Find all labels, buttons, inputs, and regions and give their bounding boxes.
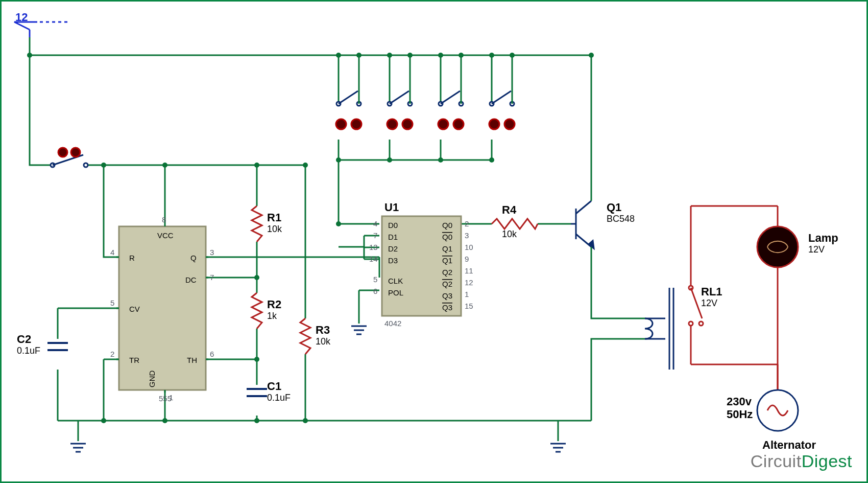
svg-text:D0: D0 bbox=[388, 221, 398, 229]
svg-point-81 bbox=[438, 119, 448, 129]
svg-point-146 bbox=[336, 221, 341, 226]
svg-line-71 bbox=[492, 91, 511, 104]
svg-point-145 bbox=[589, 53, 594, 58]
logo-part-b: Digest bbox=[802, 451, 852, 471]
svg-point-127 bbox=[336, 53, 341, 58]
c2-ref: C2 bbox=[17, 333, 31, 346]
rl1-ref: RL1 bbox=[701, 285, 722, 298]
svg-point-141 bbox=[101, 418, 106, 423]
svg-text:2: 2 bbox=[465, 219, 469, 228]
transistor-q1 bbox=[571, 201, 594, 248]
svg-text:D1: D1 bbox=[388, 233, 398, 241]
svg-point-130 bbox=[489, 53, 494, 58]
svg-text:1: 1 bbox=[465, 290, 469, 298]
lamp-ref: Lamp bbox=[808, 232, 838, 245]
svg-point-138 bbox=[489, 157, 494, 163]
svg-point-88 bbox=[58, 148, 67, 157]
ac-source bbox=[757, 390, 798, 431]
svg-line-65 bbox=[390, 91, 409, 104]
svg-point-132 bbox=[407, 53, 413, 58]
svg-point-139 bbox=[254, 275, 259, 280]
svg-point-86 bbox=[84, 163, 88, 167]
svg-point-83 bbox=[489, 119, 499, 129]
r4-val: 10k bbox=[502, 229, 517, 240]
svg-text:12: 12 bbox=[465, 278, 473, 287]
svg-point-125 bbox=[254, 163, 259, 168]
svg-text:10: 10 bbox=[465, 243, 473, 251]
svg-point-142 bbox=[162, 418, 167, 423]
svg-text:3: 3 bbox=[465, 231, 469, 240]
logo-part-a: Circuit bbox=[751, 451, 802, 471]
svg-line-62 bbox=[339, 91, 358, 104]
svg-text:TH: TH bbox=[187, 356, 197, 364]
svg-line-101 bbox=[691, 288, 702, 318]
svg-point-140 bbox=[254, 357, 259, 362]
r3-val: 10k bbox=[316, 336, 330, 347]
svg-text:Q0: Q0 bbox=[442, 233, 452, 241]
svg-point-102 bbox=[689, 321, 693, 326]
r4-ref: R4 bbox=[502, 203, 516, 217]
svg-text:5: 5 bbox=[110, 298, 114, 307]
svg-text:7: 7 bbox=[210, 273, 214, 282]
q1-ref: Q1 bbox=[607, 201, 621, 214]
svg-point-78 bbox=[351, 119, 361, 129]
svg-text:Q: Q bbox=[190, 254, 197, 262]
svg-text:Q1: Q1 bbox=[442, 256, 452, 265]
svg-point-129 bbox=[438, 53, 443, 58]
svg-text:15: 15 bbox=[465, 302, 473, 310]
svg-text:Q3: Q3 bbox=[442, 291, 452, 300]
svg-text:8: 8 bbox=[162, 215, 166, 224]
ic-4042: D0 D1 D2 D3 CLK POL Q0 Q0 Q1 Q1 Q2 Q2 Q3… bbox=[382, 216, 461, 316]
svg-text:CV: CV bbox=[129, 305, 140, 313]
svg-text:13: 13 bbox=[369, 243, 378, 251]
svg-text:6: 6 bbox=[373, 287, 377, 295]
svg-text:CLK: CLK bbox=[388, 277, 403, 285]
svg-point-124 bbox=[162, 163, 167, 168]
svg-point-123 bbox=[101, 163, 106, 168]
svg-text:11: 11 bbox=[465, 266, 473, 275]
rl1-val: 12V bbox=[701, 298, 717, 309]
svg-text:VCC: VCC bbox=[157, 231, 174, 240]
svg-point-103 bbox=[699, 321, 703, 326]
svg-text:GND: GND bbox=[148, 371, 156, 388]
svg-point-89 bbox=[71, 148, 80, 157]
svg-text:Q1: Q1 bbox=[442, 244, 452, 253]
svg-text:Q2: Q2 bbox=[442, 268, 452, 277]
relay-coil bbox=[645, 288, 673, 370]
svg-text:14: 14 bbox=[369, 255, 378, 263]
ac-v: 230v bbox=[727, 395, 752, 408]
svg-text:4: 4 bbox=[110, 248, 114, 257]
svg-point-79 bbox=[387, 119, 397, 129]
u1-ref: U1 bbox=[384, 201, 399, 214]
svg-text:Q3: Q3 bbox=[442, 303, 452, 312]
svg-point-144 bbox=[303, 418, 308, 423]
dip-switches bbox=[336, 55, 515, 129]
svg-point-143 bbox=[254, 418, 259, 423]
lamp bbox=[757, 226, 798, 267]
svg-text:D3: D3 bbox=[388, 256, 398, 265]
svg-point-82 bbox=[453, 119, 464, 129]
svg-line-92 bbox=[576, 201, 591, 214]
svg-text:Q0: Q0 bbox=[442, 221, 452, 229]
svg-point-84 bbox=[504, 119, 515, 129]
svg-point-122 bbox=[27, 53, 32, 58]
svg-point-80 bbox=[402, 119, 413, 129]
svg-text:R: R bbox=[129, 254, 135, 262]
svg-point-131 bbox=[356, 53, 361, 58]
c1-ref: C1 bbox=[267, 380, 281, 393]
main-switch bbox=[51, 155, 88, 167]
svg-point-135 bbox=[336, 157, 341, 163]
svg-point-126 bbox=[303, 163, 308, 168]
svg-text:D2: D2 bbox=[388, 244, 398, 253]
svg-text:6: 6 bbox=[210, 350, 214, 358]
svg-text:5: 5 bbox=[373, 275, 377, 284]
r1-ref: R1 bbox=[267, 211, 281, 224]
svg-point-111 bbox=[757, 226, 798, 267]
svg-point-77 bbox=[336, 119, 346, 129]
svg-point-137 bbox=[438, 157, 443, 163]
ic-555: R VCC Q DC CV TR TH GND 555 bbox=[119, 226, 206, 403]
svg-text:1: 1 bbox=[169, 393, 173, 402]
svg-text:2: 2 bbox=[110, 350, 114, 358]
svg-rect-30 bbox=[382, 216, 461, 316]
supply-terminal bbox=[14, 22, 68, 37]
